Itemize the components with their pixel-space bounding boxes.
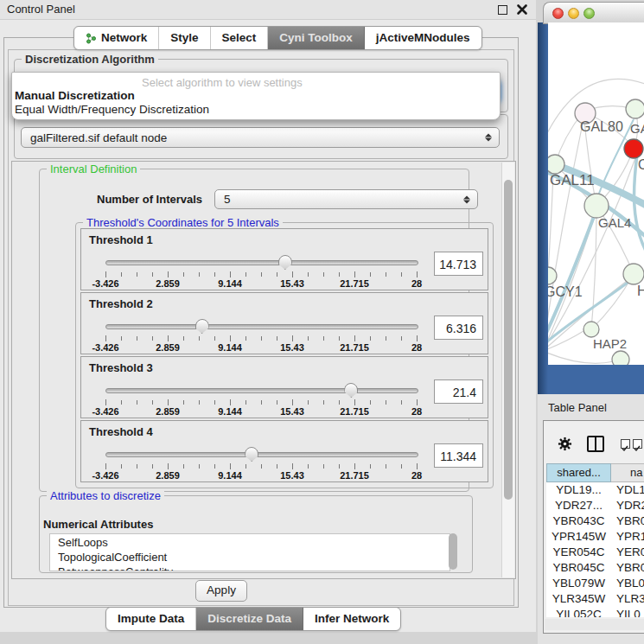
gear-icon[interactable] (558, 437, 572, 451)
table-header-row: shared... na (546, 463, 644, 482)
window-title: Control Panel (7, 3, 75, 16)
tab-style[interactable]: Style (159, 27, 210, 49)
table-row[interactable]: YBL079WYBL0 (546, 576, 644, 591)
apply-button[interactable]: Apply (195, 580, 247, 602)
table-row[interactable]: YBR045CYBR0 (546, 560, 644, 576)
list-item[interactable]: BetweennessCentrality (50, 564, 450, 571)
table-row[interactable]: YDR27...YDR2 (546, 498, 644, 513)
settings-scrollpane: Interval Definition Number of Intervals … (11, 161, 516, 579)
checkbox-icon[interactable] (633, 439, 642, 449)
node-bottom-partial (612, 351, 629, 365)
table-row[interactable]: YPR145WYPR1 (546, 529, 644, 545)
tab-infer-network[interactable]: Infer Network (303, 608, 400, 630)
slider-scale-labels: -3.4262.8599.14415.4321.71528 (105, 406, 417, 417)
table-row[interactable]: YDL19...YDL1 (546, 482, 644, 498)
table-data-select[interactable]: galFiltered.sif default node (21, 127, 500, 148)
node-label-hap2: HAP2 (593, 336, 627, 351)
slider-track[interactable] (105, 324, 418, 329)
slider-track[interactable] (105, 452, 418, 457)
control-panel-tabbar: Network Style Select Cyni Toolbox jActiv… (73, 26, 482, 50)
slider-thumb[interactable] (344, 383, 358, 398)
network-window-titlebar[interactable] (543, 2, 644, 24)
node-red (624, 139, 643, 158)
threshold-value-input[interactable]: 6.316 (434, 316, 483, 340)
tab-impute-data[interactable]: Impute Data (106, 608, 196, 630)
table-data-selected-value: galFiltered.sif default node (30, 131, 167, 144)
slider-track[interactable] (105, 388, 418, 393)
scrollbar-thumb[interactable] (504, 180, 513, 500)
control-panel-titlebar: Control Panel (0, 0, 536, 20)
slider-thumb[interactable] (195, 319, 209, 334)
vertical-scrollbar[interactable] (501, 163, 514, 577)
threshold-panel: Threshold 3 -3.4262.8599.14415.4321.7152… (80, 356, 488, 418)
table-row[interactable]: YER054CYER0 (546, 545, 644, 560)
threshold-slider[interactable]: -3.4262.8599.14415.4321.71528 (105, 317, 417, 352)
threshold-value-input[interactable]: 11.344 (434, 443, 483, 468)
tab-network[interactable]: Network (74, 27, 159, 49)
checkbox-icon[interactable] (621, 439, 630, 449)
threshold-slider[interactable]: -3.4262.8599.14415.4321.71528 (105, 445, 417, 480)
threshold-value-input[interactable]: 21.4 (434, 379, 483, 404)
slider-track[interactable] (105, 260, 418, 265)
interval-definition-group: Interval Definition Number of Intervals … (39, 169, 469, 492)
threshold-value-input[interactable]: 14.713 (434, 252, 483, 276)
threshold-slider[interactable]: -3.4262.8599.14415.4321.71528 (105, 381, 417, 416)
float-window-icon[interactable] (498, 5, 507, 15)
number-of-intervals-select[interactable]: 5 (214, 189, 478, 209)
node-label-partial-mid-right: H (637, 284, 644, 298)
close-icon[interactable] (516, 3, 528, 16)
slider-thumb[interactable] (245, 447, 258, 462)
tab-cyni-toolbox[interactable]: Cyni Toolbox (268, 27, 365, 49)
column-header-shared-name[interactable]: shared... (546, 463, 611, 482)
tab-label: Network (101, 28, 147, 48)
number-of-intervals-label: Number of Intervals (97, 193, 202, 206)
cyni-bottom-tabbar: Impute Data Discretize Data Infer Networ… (105, 607, 401, 631)
close-traffic-light[interactable] (552, 8, 564, 19)
threshold-panel: Threshold 4 -3.4262.8599.14415.4321.7152… (80, 420, 488, 482)
threshold-panel: Threshold 1 -3.4262.8599.14415.4321.7152… (80, 228, 488, 290)
split-column-icon[interactable] (587, 436, 604, 452)
node-label-partial-red: C (638, 157, 644, 172)
group-title: Threshold's Coordinates for 5 Intervals (83, 216, 283, 229)
table-body: YDL19...YDL1YDR27...YDR2YBR043CYBR0YPR14… (546, 482, 644, 617)
table-row[interactable]: YLR345WYLR3 (546, 591, 644, 607)
check-icon (634, 445, 641, 452)
numerical-attributes-list[interactable]: SelfLoopsTopologicalCoefficientBetweenne… (49, 533, 450, 571)
list-item[interactable]: SelfLoops (50, 534, 450, 549)
threshold-slider[interactable]: -3.4262.8599.14415.4321.71528 (105, 253, 417, 288)
thresholds-group: Threshold's Coordinates for 5 Intervals … (75, 222, 494, 488)
zoom-traffic-light[interactable] (583, 8, 595, 19)
slider-ticks (105, 271, 417, 278)
slider-ticks (105, 399, 417, 406)
network-icon (86, 33, 97, 44)
list-scrollbar[interactable] (449, 533, 457, 570)
network-canvas[interactable]: GAL80 GA C GAL11 GAL4 GCY1 H HAP2 (548, 22, 644, 365)
group-title: Discretization Algorithm (22, 53, 158, 66)
column-header-name[interactable]: na (611, 463, 644, 482)
list-item[interactable]: TopologicalCoefficient (50, 549, 450, 564)
node-partial-mid-right (623, 264, 644, 284)
popup-option-manual-discretization[interactable]: Manual Discretization (15, 89, 135, 102)
tab-discretize-data[interactable]: Discretize Data (196, 608, 303, 630)
algorithm-dropdown-popup: Select algorithm to view settings Manual… (11, 72, 501, 120)
slider-thumb[interactable] (278, 255, 292, 270)
node-gal4 (584, 194, 609, 218)
horizontal-scrollbar[interactable] (545, 619, 644, 630)
minimize-traffic-light[interactable] (568, 8, 579, 19)
node-label-gal80: GAL80 (580, 119, 623, 134)
threshold-panel: Threshold 2 -3.4262.8599.14415.4321.7152… (80, 292, 488, 354)
spinner-arrows-icon (485, 133, 491, 143)
popup-option-equal-width[interactable]: Equal Width/Frequency Discretization (15, 103, 209, 116)
tab-jactivemnodules[interactable]: jActiveMNodules (365, 27, 481, 49)
node-gal11 (548, 155, 564, 174)
tab-select[interactable]: Select (211, 27, 269, 49)
popup-placeholder: Select algorithm to view settings (142, 76, 303, 89)
node-label-partial-top-right: GA (630, 121, 644, 136)
numerical-attributes-label: Numerical Attributes (43, 518, 153, 531)
check-icon (622, 445, 628, 452)
table-row[interactable]: YIL052CYIL0 (546, 607, 644, 617)
table-row[interactable]: YBR043CYBR0 (546, 513, 644, 529)
group-title: Attributes to discretize (47, 489, 164, 502)
table-panel-window: Table Panel shared... na YDL19...YDL1YDR… (538, 394, 644, 644)
slider-ticks (105, 463, 417, 470)
